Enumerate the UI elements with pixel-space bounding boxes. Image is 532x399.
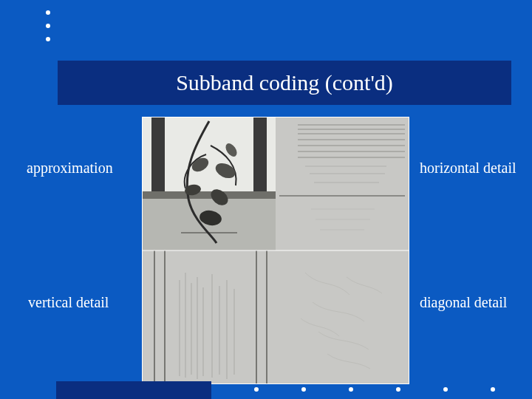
label-approximation: approximation (27, 160, 113, 177)
bullet-dots-top (46, 10, 50, 50)
approximation-panel (143, 117, 276, 250)
bullet-dot-icon (491, 387, 495, 392)
vertical-detail-image-icon (143, 250, 276, 383)
subband-grid (142, 117, 409, 384)
diagonal-detail-panel (276, 250, 409, 383)
horizontal-detail-panel (276, 117, 409, 250)
slide-title: Subband coding (cont'd) (176, 70, 393, 95)
bullet-dot-icon (443, 387, 448, 392)
footer-accent-bar (56, 381, 211, 399)
label-vertical: vertical detail (28, 294, 109, 311)
svg-rect-42 (276, 250, 409, 383)
vertical-detail-panel (143, 250, 276, 383)
svg-rect-13 (276, 117, 409, 250)
bullet-dot-icon (46, 37, 50, 41)
bullet-dot-icon (46, 10, 50, 15)
approximation-image-icon (143, 117, 276, 250)
bullet-dot-icon (349, 387, 353, 392)
bullet-dot-icon (254, 387, 259, 392)
horizontal-detail-image-icon (276, 117, 409, 250)
diagonal-detail-image-icon (276, 250, 409, 383)
svg-rect-4 (143, 191, 276, 199)
footer-dots (254, 387, 495, 392)
title-bar: Subband coding (cont'd) (58, 61, 511, 105)
label-diagonal: diagonal detail (420, 294, 507, 311)
bullet-dot-icon (46, 24, 50, 28)
bullet-dot-icon (301, 387, 306, 392)
bullet-dot-icon (396, 387, 400, 392)
label-horizontal: horizontal detail (420, 160, 516, 177)
